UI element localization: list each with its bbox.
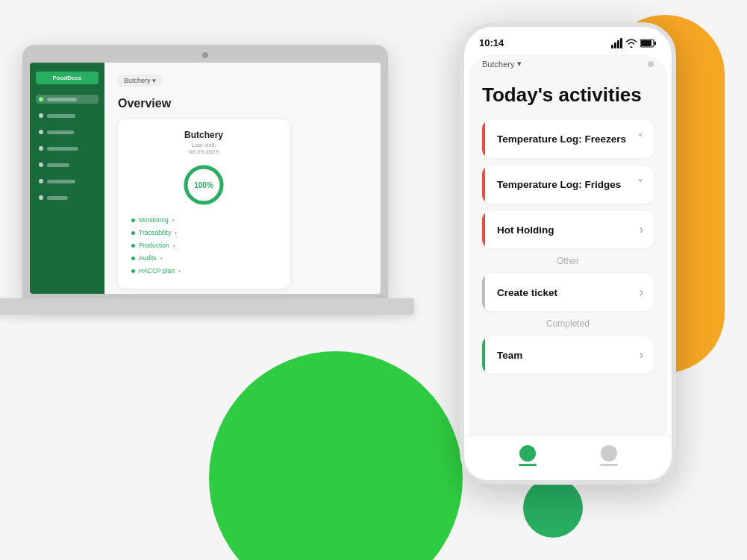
- activity-label-team: Team: [493, 350, 522, 361]
- progress-label: 100%: [194, 181, 213, 189]
- menu-item-production[interactable]: Production ›: [131, 242, 276, 249]
- home-icon: [519, 445, 536, 453]
- menu-arrow-icon: ›: [160, 255, 163, 262]
- menu-arrow-icon: ›: [175, 230, 177, 236]
- nav-profile-item[interactable]: [600, 445, 618, 453]
- laptop-card-title: Butchery: [131, 130, 276, 140]
- activity-item-fridges[interactable]: Temperature Log: Fridges ˅: [482, 166, 654, 204]
- menu-arrow-icon: ›: [178, 268, 181, 274]
- chevron-right-icon: ›: [640, 223, 643, 236]
- activity-label-hot-holding: Hot Holding: [493, 224, 554, 236]
- laptop-logo: FoodDocs: [36, 72, 99, 84]
- sidebar-dot-7: [39, 195, 43, 200]
- chevron-down-icon: ˅: [637, 177, 643, 192]
- activity-item-team[interactable]: Team ›: [482, 336, 654, 374]
- sidebar-bar-5: [47, 163, 69, 167]
- menu-item-traceability[interactable]: Traceability ›: [131, 229, 276, 236]
- sidebar-bar-6: [47, 180, 75, 183]
- laptop-screen: FoodDocs: [30, 63, 381, 294]
- sidebar-bar-2: [47, 114, 75, 118]
- phone-status-icons: [611, 38, 657, 48]
- menu-item-audits[interactable]: Audits ›: [131, 254, 276, 262]
- sidebar-item-5[interactable]: [36, 160, 99, 169]
- activity-item-freezers[interactable]: Temperature Log: Freezers ˅: [482, 120, 654, 158]
- chevron-down-icon: ˅: [637, 132, 643, 146]
- menu-item-haccp[interactable]: HACCP plan ›: [131, 267, 276, 274]
- nav-home-item[interactable]: [519, 445, 537, 453]
- svg-rect-3: [641, 40, 651, 46]
- phone-settings-dot[interactable]: [648, 61, 654, 67]
- section-completed-label: Completed: [482, 318, 654, 329]
- laptop-card-subtitle: Last visit: 08.09.2023: [131, 142, 276, 155]
- sidebar-item-1[interactable]: [36, 95, 99, 104]
- laptop-camera: [202, 52, 208, 58]
- menu-arrow-icon: ›: [173, 242, 175, 249]
- menu-arrow-icon: ›: [172, 217, 175, 224]
- laptop-overview-card: Butchery Last visit: 08.09.2023 100%: [118, 119, 290, 289]
- svg-rect-4: [654, 41, 656, 45]
- phone-location-dropdown[interactable]: Butchery ▾: [482, 59, 522, 69]
- activity-label-create-ticket: Create ticket: [493, 287, 557, 298]
- phone-outer: 10:14: [460, 22, 676, 485]
- menu-dot: [131, 244, 135, 248]
- sidebar-dot-active: [39, 97, 43, 101]
- signal-icon: [611, 38, 622, 48]
- phone-time: 10:14: [479, 37, 504, 48]
- sidebar-dot-6: [39, 179, 43, 183]
- menu-dot: [131, 257, 135, 260]
- sidebar-item-3[interactable]: [36, 128, 99, 136]
- background-small-green-circle: [523, 478, 583, 538]
- sidebar-item-6[interactable]: [36, 177, 99, 186]
- laptop-base: [0, 298, 414, 315]
- section-other-label: Other: [482, 256, 654, 266]
- profile-icon: [601, 445, 617, 453]
- sidebar-item-2[interactable]: [36, 111, 99, 120]
- activity-item-create-ticket[interactable]: Create ticket ›: [482, 274, 654, 311]
- laptop-screen-outer: FoodDocs: [22, 45, 388, 298]
- chevron-right-icon: ›: [640, 286, 643, 299]
- phone-bottom-nav: [469, 435, 667, 453]
- sidebar-dot-2: [39, 113, 43, 118]
- background-green-circle: [209, 351, 463, 560]
- sidebar-bar-7: [47, 196, 68, 200]
- wifi-icon: [625, 39, 637, 48]
- phone-status-bar: 10:14: [469, 37, 667, 48]
- laptop-topbar: Butchery ▾: [118, 75, 367, 86]
- sidebar-item-7[interactable]: [36, 193, 99, 202]
- menu-item-monitoring[interactable]: Monitoring ›: [131, 216, 276, 224]
- sidebar-bar-1: [47, 98, 77, 101]
- sidebar-bar-4: [47, 147, 78, 151]
- phone-screen: Butchery ▾ Today's activities Temperatur…: [469, 54, 667, 453]
- sidebar-dot-5: [39, 163, 43, 167]
- laptop-main-content: Butchery ▾ Overview Butchery Last visit:…: [104, 63, 381, 294]
- laptop-location-dropdown[interactable]: Butchery ▾: [118, 75, 162, 86]
- laptop-sidebar: FoodDocs: [30, 63, 104, 294]
- phone-page-title: Today's activities: [482, 84, 654, 107]
- laptop-device: FoodDocs: [22, 45, 414, 315]
- sidebar-bar-3: [47, 130, 74, 134]
- activity-label-freezers: Temperature Log: Freezers: [493, 133, 626, 145]
- dropdown-label: Butchery ▾: [124, 77, 156, 84]
- menu-dot: [131, 269, 135, 273]
- chevron-right-icon: ›: [640, 348, 643, 362]
- phone-header-bar: Butchery ▾: [469, 54, 667, 69]
- menu-dot: [131, 231, 135, 235]
- activity-item-hot-holding[interactable]: Hot Holding ›: [482, 211, 654, 248]
- phone-device: 10:14: [460, 22, 676, 485]
- sidebar-item-4[interactable]: [36, 144, 99, 153]
- sidebar-dot-3: [39, 130, 43, 134]
- activity-label-fridges: Temperature Log: Fridges: [493, 179, 621, 190]
- menu-dot: [131, 218, 135, 222]
- sidebar-dot-4: [39, 146, 43, 151]
- battery-icon: [640, 39, 657, 48]
- laptop-progress-ring: 100%: [131, 163, 276, 207]
- phone-content: Today's activities Temperature Log: Free…: [469, 69, 667, 422]
- laptop-overview-title: Overview: [118, 97, 367, 110]
